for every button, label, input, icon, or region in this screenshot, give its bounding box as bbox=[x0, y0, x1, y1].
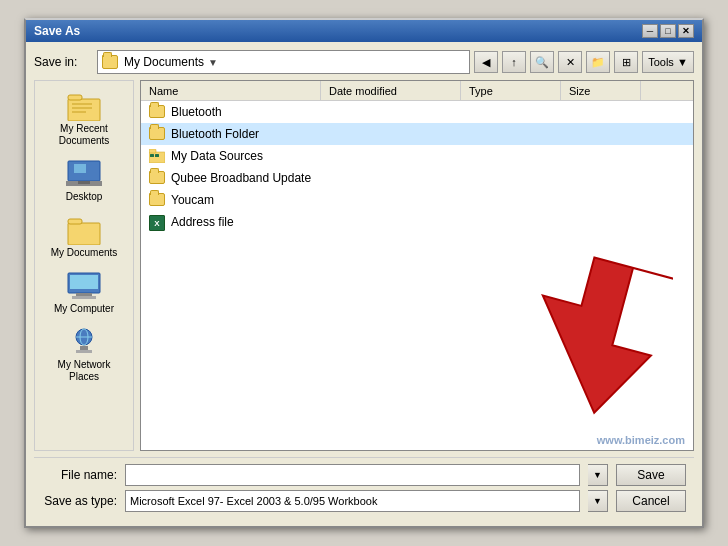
list-item[interactable]: Youcam bbox=[141, 189, 693, 211]
svg-rect-9 bbox=[68, 223, 100, 245]
sidebar-recent-label: My RecentDocuments bbox=[59, 123, 110, 147]
sidebar-my-documents-label: My Documents bbox=[51, 247, 118, 259]
save-in-label: Save in: bbox=[34, 55, 89, 69]
back-button[interactable]: ◀ bbox=[474, 51, 498, 73]
delete-button[interactable]: ✕ bbox=[558, 51, 582, 73]
sidebar-item-network[interactable]: My NetworkPlaces bbox=[39, 323, 129, 387]
list-item[interactable]: X Address file bbox=[141, 211, 693, 233]
file-name-label: File name: bbox=[42, 468, 117, 482]
svg-rect-20 bbox=[149, 152, 165, 163]
list-item[interactable]: Bluetooth bbox=[141, 101, 693, 123]
my-computer-icon bbox=[66, 271, 102, 301]
dropdown-arrow-icon: ▼ bbox=[208, 57, 218, 68]
file-name-dropdown-btn[interactable]: ▼ bbox=[588, 464, 608, 486]
svg-rect-10 bbox=[68, 219, 82, 224]
title-bar-buttons: ─ □ ✕ bbox=[642, 24, 694, 38]
view-button[interactable]: ⊞ bbox=[614, 51, 638, 73]
sidebar-item-recent[interactable]: My RecentDocuments bbox=[39, 87, 129, 151]
cancel-button[interactable]: Cancel bbox=[616, 490, 686, 512]
excel-icon: X bbox=[149, 215, 165, 229]
file-list: Bluetooth Bluetooth Folder bbox=[141, 101, 693, 450]
svg-rect-14 bbox=[72, 296, 96, 299]
file-list-area: Name Date modified Type Size Bluetooth bbox=[140, 80, 694, 451]
list-item[interactable]: Bluetooth Folder bbox=[141, 123, 693, 145]
file-name-row: File name: ▼ Save bbox=[42, 464, 686, 486]
svg-rect-3 bbox=[72, 107, 92, 109]
list-item[interactable]: Qubee Broadband Update bbox=[141, 167, 693, 189]
svg-rect-4 bbox=[72, 111, 86, 113]
file-item-name: My Data Sources bbox=[171, 149, 685, 163]
save-in-row: Save in: My Documents ▼ ◀ ↑ 🔍 ✕ 📁 ⊞ Tool… bbox=[34, 50, 694, 74]
main-area: My RecentDocuments Desktop bbox=[34, 80, 694, 451]
save-in-dropdown[interactable]: My Documents ▼ bbox=[97, 50, 470, 74]
file-item-name: Address file bbox=[171, 215, 685, 229]
folder-icon bbox=[149, 193, 165, 207]
save-as-type-text: Microsoft Excel 97- Excel 2003 & 5.0/95 … bbox=[130, 495, 575, 507]
file-name-input[interactable] bbox=[125, 464, 580, 486]
bottom-area: File name: ▼ Save Save as type: Microsof… bbox=[34, 457, 694, 518]
minimize-button[interactable]: ─ bbox=[642, 24, 658, 38]
folder-icon bbox=[149, 127, 165, 141]
network-icon bbox=[66, 327, 102, 357]
file-list-header: Name Date modified Type Size bbox=[141, 81, 693, 101]
svg-rect-6 bbox=[74, 164, 86, 173]
col-date-header[interactable]: Date modified bbox=[321, 81, 461, 100]
up-button[interactable]: ↑ bbox=[502, 51, 526, 73]
save-as-type-label: Save as type: bbox=[42, 494, 117, 508]
svg-rect-22 bbox=[150, 154, 154, 157]
col-size-header[interactable]: Size bbox=[561, 81, 641, 100]
svg-rect-18 bbox=[80, 346, 88, 350]
save-as-type-row: Save as type: Microsoft Excel 97- Excel … bbox=[42, 490, 686, 512]
dialog-body: Save in: My Documents ▼ ◀ ↑ 🔍 ✕ 📁 ⊞ Tool… bbox=[26, 42, 702, 526]
svg-rect-1 bbox=[68, 95, 82, 100]
close-button[interactable]: ✕ bbox=[678, 24, 694, 38]
svg-rect-0 bbox=[68, 99, 100, 121]
col-name-header[interactable]: Name bbox=[141, 81, 321, 100]
col-type-header[interactable]: Type bbox=[461, 81, 561, 100]
sidebar-desktop-label: Desktop bbox=[66, 191, 103, 203]
svg-rect-8 bbox=[78, 181, 90, 184]
recent-docs-icon bbox=[66, 91, 102, 121]
list-item[interactable]: My Data Sources bbox=[141, 145, 693, 167]
sidebar-item-desktop[interactable]: Desktop bbox=[39, 155, 129, 207]
sidebar-item-my-documents[interactable]: My Documents bbox=[39, 211, 129, 263]
current-folder-text: My Documents bbox=[124, 55, 204, 69]
search-button[interactable]: 🔍 bbox=[530, 51, 554, 73]
file-item-name: Youcam bbox=[171, 193, 685, 207]
title-bar: Save As ─ □ ✕ bbox=[26, 20, 702, 42]
file-item-name: Qubee Broadband Update bbox=[171, 171, 685, 185]
save-as-type-display: Microsoft Excel 97- Excel 2003 & 5.0/95 … bbox=[125, 490, 580, 512]
desktop-icon bbox=[66, 159, 102, 189]
sidebar-item-my-computer[interactable]: My Computer bbox=[39, 267, 129, 319]
maximize-button[interactable]: □ bbox=[660, 24, 676, 38]
file-item-name: Bluetooth bbox=[171, 105, 685, 119]
svg-rect-13 bbox=[76, 293, 92, 296]
file-item-name: Bluetooth Folder bbox=[171, 127, 685, 141]
dialog-title: Save As bbox=[34, 24, 642, 38]
svg-rect-23 bbox=[155, 154, 159, 157]
special-folder-icon bbox=[149, 149, 165, 163]
save-button[interactable]: Save bbox=[616, 464, 686, 486]
svg-rect-19 bbox=[76, 350, 92, 353]
folder-icon bbox=[102, 55, 118, 69]
svg-rect-12 bbox=[70, 275, 98, 289]
my-documents-icon bbox=[66, 215, 102, 245]
save-as-dialog: Save As ─ □ ✕ Save in: My Documents ▼ ◀ … bbox=[24, 18, 704, 528]
sidebar-my-computer-label: My Computer bbox=[54, 303, 114, 315]
save-as-type-dropdown-btn[interactable]: ▼ bbox=[588, 490, 608, 512]
sidebar: My RecentDocuments Desktop bbox=[34, 80, 134, 451]
svg-rect-2 bbox=[72, 103, 92, 105]
tools-button[interactable]: Tools ▼ bbox=[642, 51, 694, 73]
folder-icon bbox=[149, 105, 165, 119]
new-folder-button[interactable]: 📁 bbox=[586, 51, 610, 73]
folder-icon bbox=[149, 171, 165, 185]
sidebar-network-label: My NetworkPlaces bbox=[58, 359, 111, 383]
svg-rect-21 bbox=[149, 149, 156, 153]
